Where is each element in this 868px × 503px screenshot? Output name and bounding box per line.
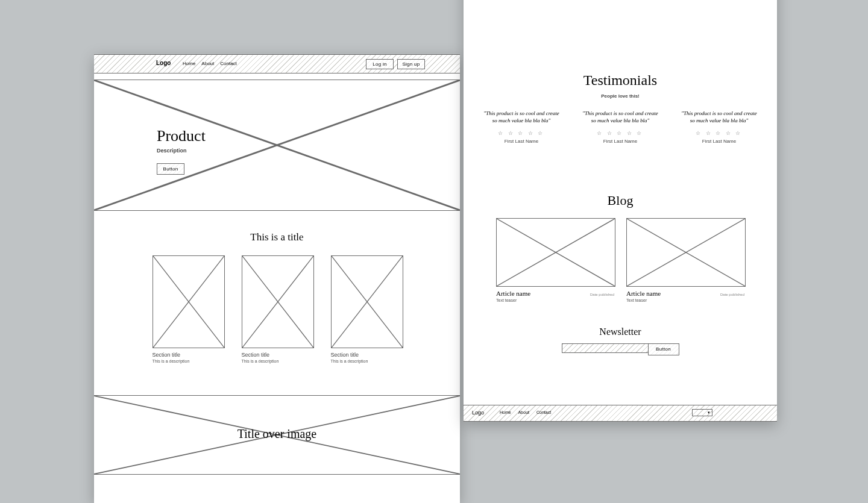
login-button[interactable]: Log in bbox=[366, 59, 394, 69]
feature-image-placeholder bbox=[331, 255, 403, 348]
hero-description: Description bbox=[157, 148, 187, 154]
wireframe-page-left: Logo Home About Contact Log in Sign up P… bbox=[94, 54, 460, 503]
nav-link-contact[interactable]: Contact bbox=[220, 61, 237, 66]
testimonial-quote: "This product is so cool and create so m… bbox=[680, 110, 758, 124]
logo[interactable]: Logo bbox=[156, 60, 171, 66]
banner-image-placeholder: Title over image bbox=[94, 395, 460, 475]
blog-post-title: Article name bbox=[496, 290, 530, 297]
star-rating-icon: ☆ ☆ ☆ ☆ ☆ bbox=[680, 130, 758, 136]
testimonial-author: First Last Name bbox=[680, 139, 758, 144]
nav-link-home[interactable]: Home bbox=[183, 61, 195, 66]
newsletter-email-input[interactable] bbox=[562, 343, 649, 353]
signup-button[interactable]: Sign up bbox=[397, 59, 425, 69]
blog-post-card[interactable]: Article name Date published Text teaser bbox=[496, 218, 614, 302]
testimonial-card: "This product is so cool and create so m… bbox=[680, 110, 758, 144]
feature-card-desc: This is a description bbox=[153, 359, 224, 363]
hero-cta-button[interactable]: Button bbox=[157, 163, 184, 175]
newsletter-section: Newsletter Button bbox=[464, 326, 777, 355]
blog-post-teaser: Text teaser bbox=[496, 298, 614, 302]
testimonials-section: Testimonials People love this! "This pro… bbox=[464, 72, 777, 144]
nav-bar: Logo Home About Contact Log in Sign up bbox=[94, 54, 460, 73]
footer-bar: Logo Home About Contact ▾ bbox=[464, 405, 777, 422]
newsletter-submit-button[interactable]: Button bbox=[648, 343, 679, 355]
star-rating-icon: ☆ ☆ ☆ ☆ ☆ bbox=[482, 130, 561, 136]
banner-title: Title over image bbox=[94, 427, 460, 441]
testimonial-author: First Last Name bbox=[581, 139, 659, 144]
testimonial-quote: "This product is so cool and create so m… bbox=[482, 110, 561, 124]
blog-post-title: Article name bbox=[626, 290, 661, 297]
star-rating-icon: ☆ ☆ ☆ ☆ ☆ bbox=[581, 130, 659, 136]
nav-link-about[interactable]: About bbox=[201, 61, 214, 66]
blog-title: Blog bbox=[464, 193, 777, 208]
feature-card: Section title This is a description bbox=[242, 255, 313, 363]
footer-dropdown[interactable]: ▾ bbox=[692, 409, 712, 416]
testimonial-quote: "This product is so cool and create so m… bbox=[581, 110, 659, 124]
testimonials-title: Testimonials bbox=[464, 72, 777, 89]
blog-post-card[interactable]: Article name Date published Text teaser bbox=[626, 218, 744, 302]
footer-link-about[interactable]: About bbox=[518, 410, 529, 414]
feature-card: Section title This is a description bbox=[331, 255, 402, 363]
feature-card-desc: This is a description bbox=[242, 359, 313, 363]
footer-link-contact[interactable]: Contact bbox=[536, 410, 551, 414]
feature-image-placeholder bbox=[153, 255, 225, 348]
hero-title: Product bbox=[157, 127, 206, 145]
blog-image-placeholder bbox=[626, 218, 746, 287]
testimonial-card: "This product is so cool and create so m… bbox=[581, 110, 659, 144]
footer-link-home[interactable]: Home bbox=[500, 410, 511, 414]
testimonials-subtitle: People love this! bbox=[464, 93, 777, 99]
hero-image-placeholder: Product Description Button bbox=[94, 80, 460, 211]
features-title: This is a title bbox=[94, 231, 460, 243]
feature-card-desc: This is a description bbox=[331, 359, 402, 363]
feature-card-title: Section title bbox=[242, 352, 313, 358]
feature-card-title: Section title bbox=[331, 352, 402, 358]
chevron-down-icon: ▾ bbox=[708, 410, 710, 415]
blog-post-teaser: Text teaser bbox=[626, 298, 744, 302]
feature-card-title: Section title bbox=[153, 352, 224, 358]
blog-image-placeholder bbox=[496, 218, 615, 287]
testimonial-author: First Last Name bbox=[482, 139, 561, 144]
blog-section: Blog Article name Date published Text te… bbox=[464, 193, 777, 302]
blog-post-date: Date published bbox=[720, 293, 744, 296]
testimonial-card: "This product is so cool and create so m… bbox=[482, 110, 561, 144]
features-section: This is a title Section title This is a … bbox=[94, 224, 460, 386]
blog-post-date: Date published bbox=[590, 293, 614, 296]
feature-image-placeholder bbox=[242, 255, 314, 348]
newsletter-title: Newsletter bbox=[464, 326, 777, 337]
wireframe-page-right: Testimonials People love this! "This pro… bbox=[464, 0, 777, 422]
footer-logo[interactable]: Logo bbox=[472, 410, 484, 416]
feature-card: Section title This is a description bbox=[153, 255, 224, 363]
